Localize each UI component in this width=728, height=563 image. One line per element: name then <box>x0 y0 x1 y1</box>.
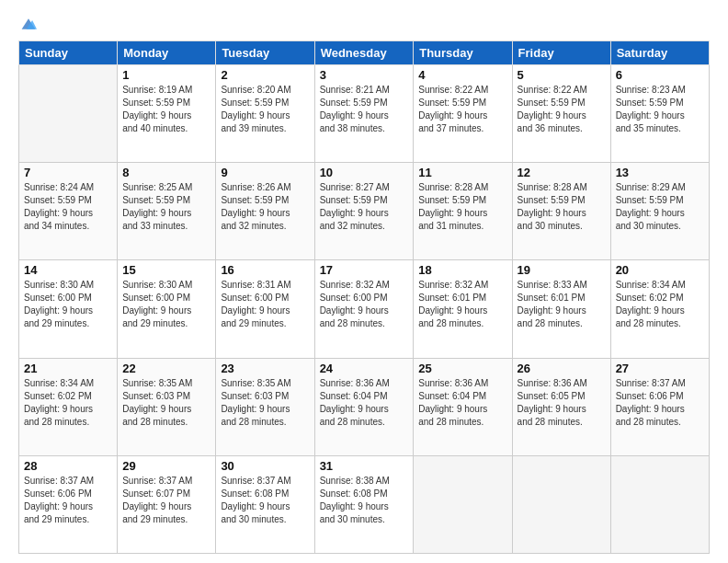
calendar-cell: 1Sunrise: 8:19 AM Sunset: 5:59 PM Daylig… <box>118 65 216 163</box>
weekday-header: Monday <box>118 41 216 65</box>
day-details: Sunrise: 8:30 AM Sunset: 6:00 PM Dayligh… <box>24 279 112 330</box>
day-details: Sunrise: 8:36 AM Sunset: 6:04 PM Dayligh… <box>320 377 409 429</box>
calendar-week-row: 21Sunrise: 8:34 AM Sunset: 6:02 PM Dayli… <box>19 358 710 455</box>
day-number: 5 <box>518 68 606 82</box>
calendar-cell: 4Sunrise: 8:22 AM Sunset: 5:59 PM Daylig… <box>414 65 512 163</box>
day-details: Sunrise: 8:36 AM Sunset: 6:04 PM Dayligh… <box>418 377 506 429</box>
day-number: 9 <box>221 166 309 179</box>
calendar-cell: 3Sunrise: 8:21 AM Sunset: 5:59 PM Daylig… <box>314 65 414 163</box>
calendar-cell: 16Sunrise: 8:31 AM Sunset: 6:00 PM Dayli… <box>216 260 314 358</box>
day-number: 29 <box>122 459 210 473</box>
calendar-week-row: 1Sunrise: 8:19 AM Sunset: 5:59 PM Daylig… <box>19 65 710 163</box>
calendar-week-row: 14Sunrise: 8:30 AM Sunset: 6:00 PM Dayli… <box>19 260 710 358</box>
weekday-header: Sunday <box>19 41 118 65</box>
day-number: 24 <box>320 362 409 375</box>
calendar-header-row: SundayMondayTuesdayWednesdayThursdayFrid… <box>19 41 710 65</box>
day-number: 2 <box>221 68 309 82</box>
day-details: Sunrise: 8:29 AM Sunset: 5:59 PM Dayligh… <box>616 181 704 233</box>
calendar-cell: 27Sunrise: 8:37 AM Sunset: 6:06 PM Dayli… <box>610 358 709 455</box>
calendar-week-row: 7Sunrise: 8:24 AM Sunset: 5:59 PM Daylig… <box>19 163 710 260</box>
calendar-cell: 9Sunrise: 8:26 AM Sunset: 5:59 PM Daylig… <box>216 163 314 260</box>
calendar-cell: 14Sunrise: 8:30 AM Sunset: 6:00 PM Dayli… <box>19 260 118 358</box>
calendar-cell: 7Sunrise: 8:24 AM Sunset: 5:59 PM Daylig… <box>19 163 118 260</box>
calendar-cell: 25Sunrise: 8:36 AM Sunset: 6:04 PM Dayli… <box>414 358 512 455</box>
calendar-cell: 5Sunrise: 8:22 AM Sunset: 5:59 PM Daylig… <box>512 65 610 163</box>
calendar-cell: 22Sunrise: 8:35 AM Sunset: 6:03 PM Dayli… <box>118 358 216 455</box>
calendar-cell: 8Sunrise: 8:25 AM Sunset: 5:59 PM Daylig… <box>118 163 216 260</box>
calendar-cell: 10Sunrise: 8:27 AM Sunset: 5:59 PM Dayli… <box>314 163 414 260</box>
day-number: 12 <box>518 166 606 179</box>
day-details: Sunrise: 8:37 AM Sunset: 6:08 PM Dayligh… <box>221 475 309 526</box>
day-details: Sunrise: 8:28 AM Sunset: 5:59 PM Dayligh… <box>518 181 606 233</box>
day-number: 30 <box>221 459 309 473</box>
weekday-header: Saturday <box>610 41 709 65</box>
calendar-cell: 11Sunrise: 8:28 AM Sunset: 5:59 PM Dayli… <box>414 163 512 260</box>
day-number: 13 <box>616 166 704 179</box>
header <box>18 17 710 31</box>
day-details: Sunrise: 8:21 AM Sunset: 5:59 PM Dayligh… <box>320 84 409 135</box>
calendar-cell <box>414 455 512 553</box>
day-number: 22 <box>122 362 210 375</box>
day-number: 31 <box>320 459 409 473</box>
calendar-cell: 26Sunrise: 8:36 AM Sunset: 6:05 PM Dayli… <box>512 358 610 455</box>
day-number: 1 <box>122 68 210 82</box>
day-details: Sunrise: 8:32 AM Sunset: 6:01 PM Dayligh… <box>418 279 506 330</box>
day-number: 28 <box>24 459 112 473</box>
calendar-cell: 17Sunrise: 8:32 AM Sunset: 6:00 PM Dayli… <box>314 260 414 358</box>
day-number: 14 <box>24 263 112 277</box>
day-details: Sunrise: 8:28 AM Sunset: 5:59 PM Dayligh… <box>418 181 506 233</box>
calendar-cell <box>512 455 610 553</box>
calendar-week-row: 28Sunrise: 8:37 AM Sunset: 6:06 PM Dayli… <box>19 455 710 553</box>
day-details: Sunrise: 8:37 AM Sunset: 6:06 PM Dayligh… <box>616 377 704 429</box>
day-details: Sunrise: 8:26 AM Sunset: 5:59 PM Dayligh… <box>221 181 309 233</box>
day-details: Sunrise: 8:20 AM Sunset: 5:59 PM Dayligh… <box>221 84 309 135</box>
calendar-cell: 24Sunrise: 8:36 AM Sunset: 6:04 PM Dayli… <box>314 358 414 455</box>
day-number: 4 <box>418 68 506 82</box>
day-number: 23 <box>221 362 309 375</box>
calendar-cell: 23Sunrise: 8:35 AM Sunset: 6:03 PM Dayli… <box>216 358 314 455</box>
calendar-cell: 29Sunrise: 8:37 AM Sunset: 6:07 PM Dayli… <box>118 455 216 553</box>
day-details: Sunrise: 8:32 AM Sunset: 6:00 PM Dayligh… <box>320 279 409 330</box>
calendar-cell: 28Sunrise: 8:37 AM Sunset: 6:06 PM Dayli… <box>19 455 118 553</box>
day-details: Sunrise: 8:33 AM Sunset: 6:01 PM Dayligh… <box>518 279 606 330</box>
weekday-header: Friday <box>512 41 610 65</box>
day-number: 15 <box>122 263 210 277</box>
day-number: 21 <box>24 362 112 375</box>
day-number: 26 <box>518 362 606 375</box>
day-number: 7 <box>24 166 112 179</box>
weekday-header: Wednesday <box>314 41 414 65</box>
calendar-cell: 21Sunrise: 8:34 AM Sunset: 6:02 PM Dayli… <box>19 358 118 455</box>
day-number: 11 <box>418 166 506 179</box>
calendar-cell: 6Sunrise: 8:23 AM Sunset: 5:59 PM Daylig… <box>610 65 709 163</box>
day-details: Sunrise: 8:22 AM Sunset: 5:59 PM Dayligh… <box>418 84 506 135</box>
day-number: 20 <box>616 263 704 277</box>
day-number: 25 <box>418 362 506 375</box>
day-number: 27 <box>616 362 704 375</box>
day-details: Sunrise: 8:36 AM Sunset: 6:05 PM Dayligh… <box>518 377 606 429</box>
day-number: 16 <box>221 263 309 277</box>
day-number: 6 <box>616 68 704 82</box>
day-number: 17 <box>320 263 409 277</box>
day-number: 18 <box>418 263 506 277</box>
day-details: Sunrise: 8:37 AM Sunset: 6:06 PM Dayligh… <box>24 475 112 526</box>
logo <box>18 17 37 31</box>
calendar-cell: 12Sunrise: 8:28 AM Sunset: 5:59 PM Dayli… <box>512 163 610 260</box>
day-details: Sunrise: 8:24 AM Sunset: 5:59 PM Dayligh… <box>24 181 112 233</box>
day-details: Sunrise: 8:19 AM Sunset: 5:59 PM Dayligh… <box>122 84 210 135</box>
day-details: Sunrise: 8:35 AM Sunset: 6:03 PM Dayligh… <box>221 377 309 429</box>
calendar-cell: 13Sunrise: 8:29 AM Sunset: 5:59 PM Dayli… <box>610 163 709 260</box>
calendar-cell: 30Sunrise: 8:37 AM Sunset: 6:08 PM Dayli… <box>216 455 314 553</box>
calendar-page: SundayMondayTuesdayWednesdayThursdayFrid… <box>0 0 728 563</box>
calendar-cell: 2Sunrise: 8:20 AM Sunset: 5:59 PM Daylig… <box>216 65 314 163</box>
day-details: Sunrise: 8:27 AM Sunset: 5:59 PM Dayligh… <box>320 181 409 233</box>
day-details: Sunrise: 8:35 AM Sunset: 6:03 PM Dayligh… <box>122 377 210 429</box>
day-number: 19 <box>518 263 606 277</box>
day-details: Sunrise: 8:25 AM Sunset: 5:59 PM Dayligh… <box>122 181 210 233</box>
day-details: Sunrise: 8:22 AM Sunset: 5:59 PM Dayligh… <box>518 84 606 135</box>
calendar-cell: 31Sunrise: 8:38 AM Sunset: 6:08 PM Dayli… <box>314 455 414 553</box>
day-details: Sunrise: 8:34 AM Sunset: 6:02 PM Dayligh… <box>24 377 112 429</box>
logo-icon <box>20 17 37 31</box>
calendar-cell: 15Sunrise: 8:30 AM Sunset: 6:00 PM Dayli… <box>118 260 216 358</box>
day-details: Sunrise: 8:37 AM Sunset: 6:07 PM Dayligh… <box>122 475 210 526</box>
day-details: Sunrise: 8:23 AM Sunset: 5:59 PM Dayligh… <box>616 84 704 135</box>
